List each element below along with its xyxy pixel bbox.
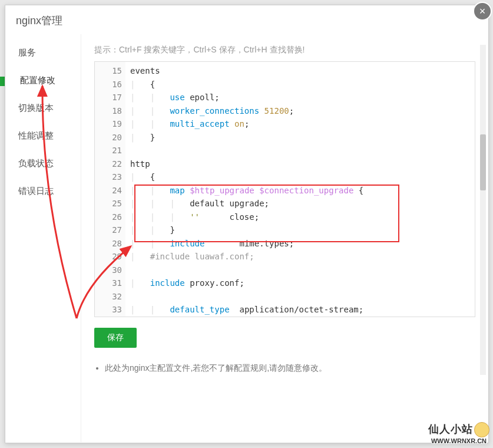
sidebar-item-config-edit[interactable]: 配置修改	[5, 67, 81, 94]
sidebar-item-label: 性能调整	[18, 130, 54, 140]
watermark-emoji-icon	[474, 422, 489, 437]
scrollbar-thumb[interactable]	[480, 134, 486, 190]
nginx-manage-modal: × nginx管理 服务 配置修改 切换版本 性能调整 负载状态 错误日志 提示…	[5, 5, 489, 443]
sidebar-item-label: 配置修改	[20, 75, 55, 85]
code-editor[interactable]: 15161718192021222324252627282930313233 e…	[94, 61, 475, 317]
scrollbar-track[interactable]	[480, 45, 486, 375]
watermark: 仙人小站 WWW.WRNXR.CN	[428, 422, 489, 444]
close-icon-glyph: ×	[479, 5, 486, 18]
close-icon[interactable]: ×	[473, 2, 492, 21]
watermark-url: WWW.WRNXR.CN	[428, 437, 489, 444]
background-accent	[0, 77, 5, 86]
save-button-label: 保存	[107, 332, 124, 342]
modal-title: nginx管理	[5, 5, 488, 34]
sidebar: 服务 配置修改 切换版本 性能调整 负载状态 错误日志	[5, 34, 81, 442]
sidebar-item-switch-version[interactable]: 切换版本	[5, 94, 81, 122]
notes-list: 此处为nginx主配置文件,若您不了解配置规则,请勿随意修改。	[94, 363, 475, 374]
sidebar-item-service[interactable]: 服务	[5, 39, 81, 67]
sidebar-item-performance[interactable]: 性能调整	[5, 122, 81, 150]
editor-code[interactable]: events| {| | use epoll;| | worker_connec…	[125, 62, 475, 317]
sidebar-item-load-status[interactable]: 负载状态	[5, 150, 81, 177]
content-pane: 提示：Ctrl+F 搜索关键字，Ctrl+S 保存，Ctrl+H 查找替换! 1…	[81, 34, 488, 442]
sidebar-item-error-log[interactable]: 错误日志	[5, 177, 81, 205]
watermark-title: 仙人小站	[428, 423, 473, 435]
modal-body: 服务 配置修改 切换版本 性能调整 负载状态 错误日志 提示：Ctrl+F 搜索…	[5, 34, 488, 442]
sidebar-item-label: 服务	[18, 47, 36, 57]
sidebar-item-label: 切换版本	[18, 103, 54, 113]
editor-gutter: 15161718192021222324252627282930313233	[95, 62, 125, 317]
hint-text: 提示：Ctrl+F 搜索关键字，Ctrl+S 保存，Ctrl+H 查找替换!	[94, 45, 475, 55]
sidebar-item-label: 负载状态	[18, 158, 54, 168]
note-item: 此处为nginx主配置文件,若您不了解配置规则,请勿随意修改。	[105, 363, 475, 374]
sidebar-item-label: 错误日志	[18, 186, 54, 196]
save-button[interactable]: 保存	[94, 328, 137, 348]
